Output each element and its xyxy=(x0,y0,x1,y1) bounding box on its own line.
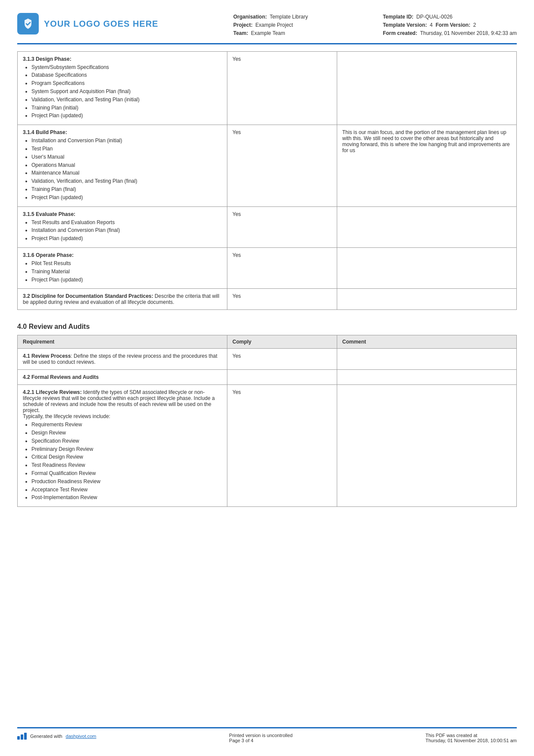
org-label: Organisation: xyxy=(233,14,267,20)
project-value: Example Project xyxy=(255,22,293,28)
col-requirement: Requirement xyxy=(18,335,227,349)
bar2 xyxy=(21,734,23,740)
list-item: Critical Design Review xyxy=(31,453,222,461)
section-3-2-comply: Yes xyxy=(227,289,337,310)
project-label: Project: xyxy=(233,22,253,28)
section-3-1-5-content: 3.1.5 Evaluate Phase: Test Results and E… xyxy=(18,206,227,247)
row-4-1-heading: 4.1 Review Process xyxy=(23,353,71,359)
list-item: Project Plan (updated) xyxy=(31,235,222,242)
section-3-1-5-list: Test Results and Evaluation Reports Inst… xyxy=(23,219,222,242)
section-3-1-5-heading: 3.1.5 Evaluate Phase: xyxy=(23,211,222,217)
page-text: Page 3 of 4 xyxy=(229,738,292,743)
list-item: Validation, Verification, and Testing Pl… xyxy=(31,178,222,185)
section-3-1-3-content: 3.1.3 Design Phase: System/Subsystem Spe… xyxy=(18,51,227,125)
logo-icon xyxy=(17,13,39,34)
section-3-1-4-heading: 3.1.4 Build Phase: xyxy=(23,129,222,135)
row-4-2-1-comment xyxy=(337,385,516,507)
pdf-created-text: This PDF was created at xyxy=(425,733,517,738)
row-4-2-1-comply: Yes xyxy=(227,385,337,507)
section-3-1-3-comment xyxy=(337,51,516,125)
list-item: Requirements Review xyxy=(31,421,222,428)
footer-logo-icon xyxy=(17,733,27,740)
list-item: Installation and Conversion Plan (final) xyxy=(31,227,222,234)
section-3-1-6-heading: 3.1.6 Operate Phase: xyxy=(23,252,222,258)
section-3-1-6-list: Pilot Test Results Training Material Pro… xyxy=(23,260,222,283)
row-4-2-1-content: 4.2.1 Lifecycle Reviews: Identify the ty… xyxy=(18,385,227,507)
team-value: Example Team xyxy=(251,30,285,36)
section-3-1-4-comply: Yes xyxy=(227,125,337,206)
section-3-2-content: 3.2 Discipline for Documentation Standar… xyxy=(18,289,227,310)
section-3-1-4-comment: This is our main focus, and the portion … xyxy=(337,125,516,206)
list-item: Project Plan (updated) xyxy=(31,276,222,284)
main-sections-table: 3.1.3 Design Phase: System/Subsystem Spe… xyxy=(17,51,517,310)
footer-left: Generated with dashpivot.com xyxy=(17,733,96,740)
header: YOUR LOGO GOES HERE Organisation: Templa… xyxy=(17,13,517,44)
list-item: Maintenance Manual xyxy=(31,169,222,177)
row-4-1-comment xyxy=(337,349,516,370)
header-middle: Organisation: Template Library Project: … xyxy=(233,13,308,38)
section-3-1-4-row: 3.1.4 Build Phase: Installation and Conv… xyxy=(18,125,517,206)
list-item: System Support and Acquisition Plan (fin… xyxy=(31,88,222,95)
row-4-1: 4.1 Review Process: Define the steps of … xyxy=(18,349,517,370)
list-item: Project Plan (updated) xyxy=(31,194,222,201)
form-created-line: Form created: Thursday, 01 November 2018… xyxy=(383,29,517,37)
list-item: Training Plan (final) xyxy=(31,186,222,193)
col-comment: Comment xyxy=(337,335,516,349)
org-line: Organisation: Template Library xyxy=(233,13,308,21)
section-4-title: 4.0 Review and Audits xyxy=(17,323,517,331)
section-3-1-4-content: 3.1.4 Build Phase: Installation and Conv… xyxy=(18,125,227,206)
template-version-line: Template Version: 4 Form Version: 2 xyxy=(383,21,517,29)
list-item: User's Manual xyxy=(31,153,222,161)
form-created-label: Form created: xyxy=(383,30,417,36)
template-id-label: Template ID: xyxy=(383,14,413,20)
section-3-1-3-heading: 3.1.3 Design Phase: xyxy=(23,56,222,62)
list-item: Training Plan (initial) xyxy=(31,104,222,112)
section-3-1-6-row: 3.1.6 Operate Phase: Pilot Test Results … xyxy=(18,247,517,288)
section-3-1-6-comment xyxy=(337,247,516,288)
review-table: Requirement Comply Comment 4.1 Review Pr… xyxy=(17,335,517,507)
list-item: Formal Qualification Review xyxy=(31,470,222,477)
template-id-value: DP-QUAL-0026 xyxy=(416,14,453,20)
list-item: Specification Review xyxy=(31,437,222,445)
team-line: Team: Example Team xyxy=(233,29,308,37)
row-4-2-comment xyxy=(337,370,516,385)
section-3-1-3-list: System/Subsystem Specifications Database… xyxy=(23,64,222,120)
section-3-2-comment xyxy=(337,289,516,310)
row-4-2-1-list: Requirements Review Design Review Specif… xyxy=(23,421,222,501)
footer-middle: Printed version is uncontrolled Page 3 o… xyxy=(229,733,292,743)
list-item: Validation, Verification, and Testing Pl… xyxy=(31,96,222,103)
footer: Generated with dashpivot.com Printed ver… xyxy=(17,727,517,743)
logo-text: YOUR LOGO GOES HERE xyxy=(44,19,158,29)
list-item: Design Review xyxy=(31,429,222,437)
header-right: Template ID: DP-QUAL-0026 Template Versi… xyxy=(383,13,517,38)
col-comply: Comply xyxy=(227,335,337,349)
row-4-2-1: 4.2.1 Lifecycle Reviews: Identify the ty… xyxy=(18,385,517,507)
row-4-2-heading: 4.2 Formal Reviews and Audits xyxy=(23,374,99,380)
row-4-1-comply: Yes xyxy=(227,349,337,370)
list-item: Test Results and Evaluation Reports xyxy=(31,219,222,226)
list-item: Post-Implementation Review xyxy=(31,494,222,501)
generated-text: Generated with xyxy=(30,734,62,739)
list-item: Production Readiness Review xyxy=(31,478,222,485)
template-id-line: Template ID: DP-QUAL-0026 xyxy=(383,13,517,21)
section-3-1-5-comply: Yes xyxy=(227,206,337,247)
logo-area: YOUR LOGO GOES HERE xyxy=(17,13,158,34)
review-table-header-row: Requirement Comply Comment xyxy=(18,335,517,349)
form-version-value: 2 xyxy=(473,22,476,28)
section-3-1-3-row: 3.1.3 Design Phase: System/Subsystem Spe… xyxy=(18,51,517,125)
bar1 xyxy=(17,736,20,740)
row-4-2-1-heading: 4.2.1 Lifecycle Reviews: xyxy=(23,389,82,395)
list-item: Project Plan (updated) xyxy=(31,112,222,119)
section-3-1-3-comply: Yes xyxy=(227,51,337,125)
project-line: Project: Example Project xyxy=(233,21,308,29)
section-3-1-6-comply: Yes xyxy=(227,247,337,288)
list-item: Operations Manual xyxy=(31,162,222,169)
org-value: Template Library xyxy=(270,14,308,20)
section-3-1-5-row: 3.1.5 Evaluate Phase: Test Results and E… xyxy=(18,206,517,247)
section-3-2-heading: 3.2 Discipline for Documentation Standar… xyxy=(23,293,153,299)
list-item: Program Specifications xyxy=(31,80,222,87)
list-item: Test Plan xyxy=(31,145,222,153)
list-item: Pilot Test Results xyxy=(31,260,222,267)
dashpivot-link[interactable]: dashpivot.com xyxy=(66,734,96,739)
team-label: Team: xyxy=(233,30,248,36)
